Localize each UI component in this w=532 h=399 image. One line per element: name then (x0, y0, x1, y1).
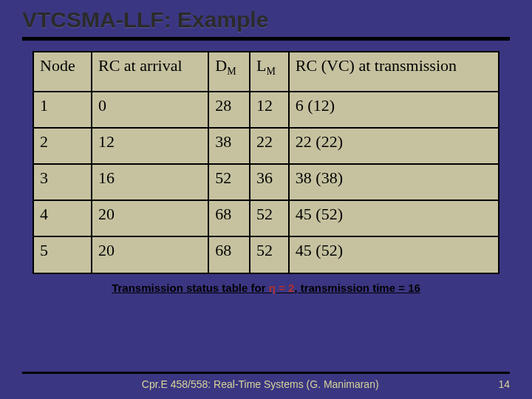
cell-lm: 22 (250, 128, 289, 164)
cell-lm: 52 (250, 200, 289, 236)
caption-pre: Transmission status table for (112, 282, 269, 294)
caption-post: , transmission time = 16 (294, 282, 420, 294)
content: Node RC at arrival DM LM RC (VC) at tran… (0, 41, 532, 294)
cell-rc: 16 (92, 164, 208, 200)
cell-dm: 68 (208, 200, 250, 236)
col-rc-arrival: RC at arrival (92, 52, 208, 92)
footer-row: Cpr.E 458/558: Real-Time Systems (G. Man… (22, 378, 510, 390)
dm-base: D (215, 56, 227, 75)
cell-rc: 20 (92, 200, 208, 236)
cell-node: 4 (33, 200, 92, 236)
table-row: 3 16 52 36 38 (38) (33, 164, 499, 200)
slide: VTCSMA-LLF: Example Node RC at arrival D… (0, 0, 532, 399)
table-row: 2 12 38 22 22 (22) (33, 128, 499, 164)
page-title: VTCSMA-LLF: Example (22, 7, 510, 33)
table-row: 1 0 28 12 6 (12) (33, 92, 499, 128)
lm-base: L (256, 56, 266, 75)
cell-lm: 12 (250, 92, 289, 128)
cell-node: 5 (33, 236, 92, 273)
table-header-row: Node RC at arrival DM LM RC (VC) at tran… (33, 52, 499, 92)
cell-dm: 38 (208, 128, 250, 164)
footer-course: Cpr.E 458/558: Real-Time Systems (G. Man… (22, 378, 498, 390)
table-row: 5 20 68 52 45 (52) (33, 236, 499, 273)
cell-dm: 28 (208, 92, 250, 128)
lm-sub: M (267, 66, 276, 77)
page-number: 14 (498, 378, 510, 390)
cell-dm: 68 (208, 236, 250, 273)
cell-rc: 12 (92, 128, 208, 164)
col-dm: DM (208, 52, 250, 92)
cell-node: 2 (33, 128, 92, 164)
caption-eta: η = 2 (269, 282, 295, 294)
cell-node: 1 (33, 92, 92, 128)
footer: Cpr.E 458/558: Real-Time Systems (G. Man… (0, 372, 532, 390)
cell-rcvc: 22 (22) (289, 128, 499, 164)
col-rcvc: RC (VC) at transmission (289, 52, 499, 92)
cell-rc: 20 (92, 236, 208, 273)
caption: Transmission status table for η = 2, tra… (33, 282, 499, 294)
cell-rcvc: 38 (38) (289, 164, 499, 200)
col-lm: LM (250, 52, 289, 92)
table-row: 4 20 68 52 45 (52) (33, 200, 499, 236)
cell-lm: 36 (250, 164, 289, 200)
cell-rcvc: 45 (52) (289, 200, 499, 236)
cell-lm: 52 (250, 236, 289, 273)
data-table: Node RC at arrival DM LM RC (VC) at tran… (33, 51, 499, 274)
divider-bottom (22, 372, 510, 374)
cell-rcvc: 6 (12) (289, 92, 499, 128)
title-wrap: VTCSMA-LLF: Example (0, 0, 532, 33)
cell-dm: 52 (208, 164, 250, 200)
dm-sub: M (227, 66, 236, 77)
col-node: Node (33, 52, 92, 92)
cell-node: 3 (33, 164, 92, 200)
cell-rc: 0 (92, 92, 208, 128)
cell-rcvc: 45 (52) (289, 236, 499, 273)
